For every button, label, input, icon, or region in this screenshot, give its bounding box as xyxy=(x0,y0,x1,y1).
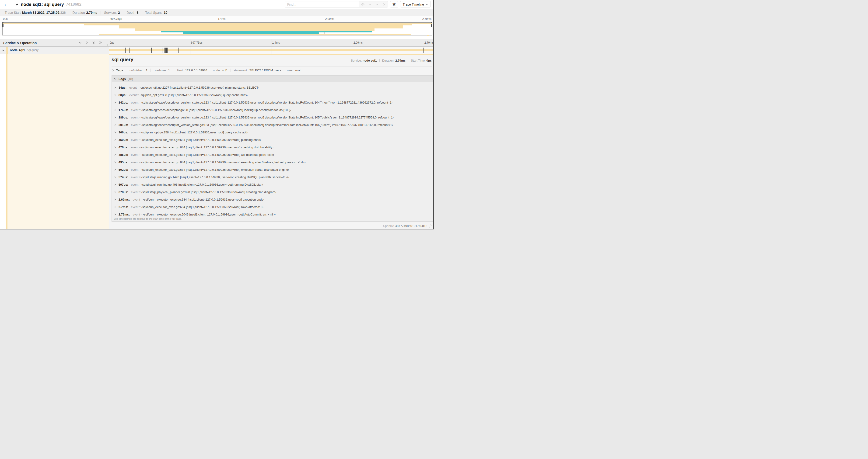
log-marker[interactable] xyxy=(423,47,424,53)
logs-header[interactable]: Logs (18) xyxy=(112,75,433,82)
span-row-node-sql1[interactable]: node sql1 sql query xyxy=(0,47,434,54)
chevron-right-icon[interactable] xyxy=(114,86,117,89)
log-entry[interactable]: 502μs:event=‹sql/conn_executor_exec.go:6… xyxy=(112,166,433,173)
log-entry[interactable]: 142μs:event=‹sql/catalog/lease/descripto… xyxy=(112,99,433,106)
log-marker[interactable] xyxy=(176,47,176,53)
log-entry[interactable]: 34μs:event=‹sql/exec_util.go:2297 [nsql1… xyxy=(112,84,433,91)
expand-one-icon[interactable] xyxy=(85,41,89,44)
chevron-down-icon[interactable] xyxy=(0,49,6,52)
log-marker[interactable] xyxy=(125,47,126,53)
log-marker[interactable] xyxy=(162,47,162,53)
jaeger-trace-view: ← node sql1: sql query 7418682 xyxy=(0,0,434,230)
log-marker[interactable] xyxy=(165,47,166,53)
log-entry[interactable]: 486μs:event=‹sql/conn_executor_exec.go:6… xyxy=(112,151,433,158)
link-icon[interactable] xyxy=(428,224,432,228)
log-entry[interactable]: 189μs:event=‹sql/catalog/lease/descripto… xyxy=(112,113,433,121)
log-entry[interactable]: 2.69ms:event=‹sql/conn_executor_exec.go:… xyxy=(112,196,433,203)
chevron-down-icon[interactable] xyxy=(15,3,19,6)
column-resize-handle[interactable]: ∥ xyxy=(107,43,108,46)
service-operation-header: Service & Operation ∥ xyxy=(0,39,109,46)
collapse-one-icon[interactable] xyxy=(79,41,82,44)
log-marker[interactable] xyxy=(118,47,118,53)
log-entry[interactable]: 597μs:event=‹sql/distsql_running.go:498 … xyxy=(112,181,433,188)
trace-meta-item: Services2 xyxy=(101,11,123,14)
span-detail-panel: sql query Service: node sql1Duration: 2.… xyxy=(109,54,434,229)
log-marker[interactable] xyxy=(151,47,152,53)
log-entry[interactable]: 459μs:event=‹sql/conn_executor_exec.go:6… xyxy=(112,136,433,143)
chevron-right-icon[interactable] xyxy=(114,183,117,186)
tag-item[interactable]: _verbose=1 xyxy=(151,69,173,72)
grid-line xyxy=(190,39,190,46)
collapse-controls xyxy=(79,41,102,44)
keyboard-shortcuts-button[interactable]: ⌘ xyxy=(390,1,398,7)
chevron-right-icon[interactable] xyxy=(114,198,117,201)
span-row-timeline-cell[interactable] xyxy=(109,47,434,54)
log-marker[interactable] xyxy=(113,47,113,53)
tag-item[interactable]: user=root xyxy=(284,69,303,72)
back-arrow-icon: ← xyxy=(4,2,8,7)
log-entry[interactable]: 176μs:event=‹sql/catalog/descs/descripto… xyxy=(112,106,433,113)
log-entry[interactable]: 574μs:event=‹sql/distsql_running.go:1420… xyxy=(112,173,433,181)
log-entry[interactable]: 2.79ms:event=‹sql/conn_executor_exec.go:… xyxy=(112,210,433,216)
find-controls xyxy=(359,1,388,7)
chevron-right-icon[interactable] xyxy=(114,146,117,149)
trace-title-area[interactable]: node sql1: sql query 7418682 xyxy=(15,0,82,9)
tags-row[interactable]: Tags: _unfinished=1_verbose=1client=127.… xyxy=(112,69,432,72)
chevron-right-icon[interactable] xyxy=(114,131,117,134)
chevron-down-icon[interactable] xyxy=(114,77,117,80)
tag-item[interactable]: _unfinished=1 xyxy=(125,69,151,72)
find-input[interactable] xyxy=(285,1,359,7)
minimap-canvas[interactable] xyxy=(2,22,432,35)
log-entry[interactable]: 476μs:event=‹sql/conn_executor_exec.go:6… xyxy=(112,143,433,151)
tag-item[interactable]: statement=SELECT * FROM users xyxy=(231,69,284,72)
detail-operation-title: sql query xyxy=(112,57,348,62)
chevron-right-icon[interactable] xyxy=(114,138,117,141)
log-entry[interactable]: 2.7ms:event=‹sql/conn_executor_exec.go:6… xyxy=(112,203,433,210)
log-entry[interactable]: 366μs:event=‹sql/plan_opt.go:358 [nsql1,… xyxy=(112,129,433,136)
chevron-right-icon[interactable] xyxy=(114,213,117,216)
back-button[interactable]: ← xyxy=(0,0,12,9)
detail-left-gutter xyxy=(0,54,109,229)
tick-label: 0μs xyxy=(3,17,8,21)
chevron-right-icon[interactable] xyxy=(114,154,117,156)
chevron-right-icon[interactable] xyxy=(114,191,117,193)
chevron-right-icon[interactable] xyxy=(112,69,114,72)
chevron-right-icon[interactable] xyxy=(114,176,117,178)
clear-search-icon[interactable] xyxy=(383,3,386,6)
chevron-right-icon[interactable] xyxy=(114,161,117,163)
tag-item[interactable]: client=127.0.0.1:59936 xyxy=(173,69,210,72)
minimap-span-bar xyxy=(427,35,429,36)
grid-line xyxy=(190,47,190,54)
chevron-right-icon[interactable] xyxy=(114,94,117,96)
log-marker[interactable] xyxy=(188,47,188,53)
chevron-right-icon[interactable] xyxy=(114,109,117,111)
view-select-button[interactable]: Trace Timeline xyxy=(400,1,431,7)
detail-meta: Service: node sql1Duration: 2.79msStart … xyxy=(348,59,432,62)
span-color-stripe xyxy=(6,47,8,54)
span-color-stripe xyxy=(6,54,7,229)
minimap-span-bar xyxy=(99,34,411,35)
command-icon: ⌘ xyxy=(392,2,396,6)
log-entry[interactable]: 80μs:event=‹sql/plan_opt.go:358 [nsql1,c… xyxy=(112,91,433,99)
log-marker[interactable] xyxy=(132,47,132,53)
log-entry[interactable]: 678μs:event=‹sql/distsql_physical_planne… xyxy=(112,188,433,196)
prev-result-icon[interactable] xyxy=(368,3,371,6)
chevron-right-icon[interactable] xyxy=(114,168,117,171)
locate-icon[interactable] xyxy=(361,3,365,6)
next-result-icon[interactable] xyxy=(376,3,379,6)
tick-label: 1.4ms xyxy=(272,41,280,44)
trace-meta-item: Duration2.79ms xyxy=(69,11,101,14)
tag-item[interactable]: node=sql1 xyxy=(210,69,231,72)
chevron-right-icon[interactable] xyxy=(114,206,117,208)
expand-all-icon[interactable] xyxy=(99,41,102,44)
log-entry[interactable]: 201μs:event=‹sql/catalog/lease/descripto… xyxy=(112,121,433,129)
tick-label: 697.75μs xyxy=(191,41,203,44)
log-entry[interactable]: 495μs:event=‹sql/conn_executor_exec.go:6… xyxy=(112,158,433,166)
chevron-right-icon[interactable] xyxy=(114,124,117,126)
span-row-name-cell[interactable]: node sql1 sql query xyxy=(0,47,109,54)
minimap-tick-labels: 0μs697.75μs1.4ms2.09ms2.79ms xyxy=(2,16,432,22)
log-marker[interactable] xyxy=(178,47,179,53)
collapse-all-icon[interactable] xyxy=(92,41,95,44)
chevron-right-icon[interactable] xyxy=(114,116,117,119)
chevron-right-icon[interactable] xyxy=(114,101,117,104)
